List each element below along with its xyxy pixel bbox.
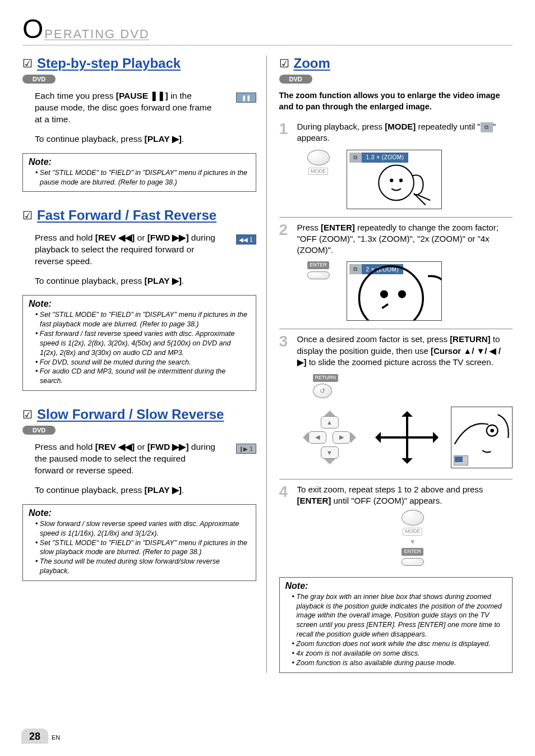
note-item: • Set "STILL MODE" to "FIELD" in "DISPLA… (35, 168, 250, 187)
page-lang: EN (52, 734, 60, 741)
note-item: • Zoom function does not work while the … (292, 639, 507, 649)
section-zoom-title: ☑ Zoom (279, 56, 513, 71)
zoom-step1-illus: MODE ⧉ 1.3 × (ZOOM) (279, 150, 513, 209)
t: . (182, 276, 184, 285)
t: [PLAY ▶] (145, 485, 182, 495)
step-body: To exit zoom, repeat steps 1 to 2 above … (297, 484, 513, 507)
note-item: • The sound will be muted during slow fo… (35, 557, 250, 576)
section-slow-title: ☑ Slow Forward / Slow Reverse (22, 407, 256, 422)
dvd-chip: DVD (279, 75, 312, 84)
ff-p2: To continue playback, press [PLAY ▶]. (35, 275, 245, 287)
t: Each time you press (35, 91, 116, 100)
slow-note-list: • Slow forward / slow reverse speed vari… (29, 519, 250, 576)
ff-heading: Fast Forward / Fast Reverse (37, 208, 216, 223)
screen-illustration-2: ⧉ 2 × (ZOOM) (347, 261, 442, 321)
enter-button-icon (402, 558, 424, 566)
note-title: Note: (29, 157, 250, 167)
step-heading: Step-by-step Playback (37, 56, 181, 71)
right-column: ☑ Zoom DVD The zoom function allows you … (278, 56, 513, 673)
screen-illustration-3 (451, 407, 513, 468)
zoom-step-2: 2 Press [ENTER] repeatedly to change the… (279, 217, 513, 256)
face-illustration-zoomed (347, 261, 442, 321)
t: To continue playback, press (35, 276, 145, 285)
mode-button-icon (402, 510, 424, 525)
dvd-chip: DVD (22, 75, 56, 84)
enter-label: ENTER (307, 261, 329, 269)
t: Press and hold (35, 233, 95, 242)
ff-note-list: • Set "STILL MODE" to "FIELD" in "DISPLA… (29, 310, 250, 386)
step-body: Press [ENTER] repeatedly to change the z… (297, 222, 513, 256)
t: or (135, 233, 147, 242)
enter-label: ENTER (402, 548, 423, 556)
step-note-list: • Set "STILL MODE" to "FIELD" in "DISPLA… (29, 168, 250, 187)
note-item: • For DVD, sound will be muted during th… (35, 358, 250, 367)
dpad-illustration: ▲ ▼ ◀ ▶ (296, 404, 363, 471)
dvd-chip: DVD (22, 426, 56, 435)
note-item: • Fast forward / fast reverse speed vari… (35, 329, 250, 358)
page-footer: 28 EN (21, 729, 60, 744)
position-guide-inner (455, 457, 463, 462)
step-body: Once a desired zoom factor is set, press… (297, 334, 513, 368)
mode-button-icon (307, 150, 330, 165)
remote-mode-button: MODE (307, 150, 330, 176)
t: [ENTER] (297, 496, 331, 505)
enter-button-icon (307, 271, 330, 279)
osd-icon: ⧉ (349, 153, 362, 163)
dpad-down: ▼ (321, 446, 339, 459)
section-step-title: ☑ Step-by-step Playback (22, 56, 256, 71)
osd-pause-icon: ❚❚ (236, 93, 256, 103)
note-item: • Set "STILL MODE" to "FIELD" in "DISPLA… (35, 310, 250, 329)
position-guide-box (454, 455, 468, 465)
svg-point-5 (398, 291, 405, 298)
dpad-left: ◀ (308, 431, 326, 444)
osd-rew-icon: ◀◀ 1 (236, 234, 256, 245)
t: to slide the zoomed picture across the T… (307, 357, 494, 367)
zoom-step-3: 3 Once a desired zoom factor is set, pre… (279, 329, 513, 368)
header-rest: PERATING DVD (44, 27, 149, 42)
step-num-3: 3 (279, 334, 292, 368)
checkbox-icon: ☑ (279, 58, 289, 69)
note-title: Note: (29, 299, 250, 309)
svg-point-0 (379, 165, 414, 200)
note-title: Note: (285, 581, 507, 591)
slow-heading: Slow Forward / Slow Reverse (37, 407, 224, 422)
svg-point-2 (399, 178, 402, 182)
svg-point-7 (491, 428, 495, 432)
t: . (182, 134, 184, 144)
step-num-4: 4 (279, 484, 292, 507)
t: [FWD ▶▶] (147, 233, 189, 242)
section-ff-title: ☑ Fast Forward / Fast Reverse (22, 208, 256, 223)
slow-note-box: Note: • Slow forward / slow reverse spee… (22, 504, 256, 581)
svg-point-4 (380, 291, 388, 298)
t: Press and hold (35, 442, 95, 451)
zoom-step3-illus: ▲ ▼ ◀ ▶ (279, 404, 513, 471)
mode-enter-group: MODE ▼ ENTER (313, 510, 513, 565)
page-number: 28 (21, 729, 48, 744)
note-item: • Zoom function is also available during… (292, 658, 507, 668)
t: [ENTER] (321, 223, 355, 232)
t: During playback, press (297, 122, 385, 131)
arrows-cross-icon (371, 407, 443, 468)
zoom-step2-illus: ENTER ⧉ 2 × (ZOOM) (279, 261, 513, 321)
t: or (135, 442, 147, 451)
t: [REV ◀◀] (95, 233, 135, 242)
t: To continue playback, press (35, 485, 145, 495)
t: [RETURN] (450, 334, 491, 344)
dpad-right: ▶ (333, 431, 350, 444)
down-arrow-icon: ▼ (409, 538, 416, 546)
svg-point-3 (359, 266, 423, 321)
ff-p1: Press and hold [REV ◀◀] or [FWD ▶▶] duri… (35, 232, 217, 268)
face-illustration (363, 158, 441, 209)
mode-label: MODE (308, 168, 328, 176)
t: [MODE] (385, 122, 416, 131)
checkbox-icon: ☑ (22, 58, 33, 69)
dpad-up: ▲ (321, 416, 339, 428)
svg-point-1 (390, 178, 393, 182)
step-p2: To continue playback, press [PLAY ▶]. (35, 133, 245, 145)
t: [PLAY ▶] (145, 134, 182, 144)
return-label: RETURN (313, 374, 339, 382)
checkbox-icon: ☑ (22, 210, 33, 221)
t: [REV ◀◀] (95, 442, 135, 451)
note-item: • For audio CD and MP3, sound will be in… (35, 367, 250, 386)
step-body: During playback, press [MODE] repeatedly… (297, 121, 513, 144)
